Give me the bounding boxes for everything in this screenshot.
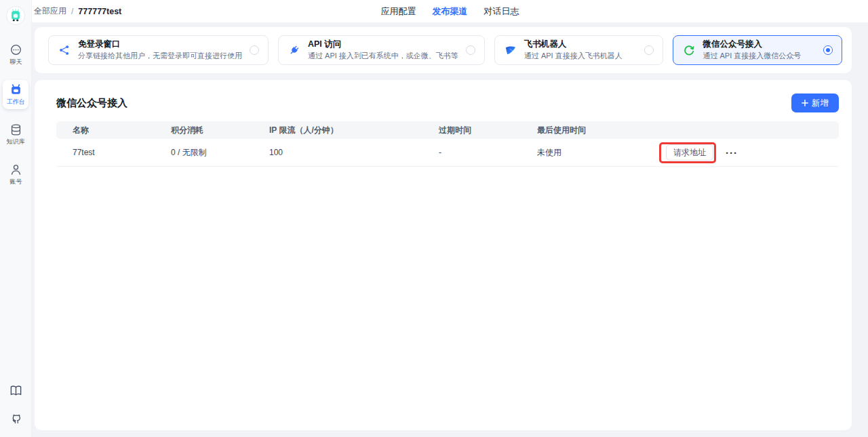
github-icon[interactable] <box>9 412 22 425</box>
card-title: 免登录窗口 <box>78 39 242 50</box>
request-address-button[interactable]: 请求地址 <box>666 144 713 161</box>
channel-cards: 免登录窗口 分享链接给其他用户，无需登录即可直接进行使用 API 访问 通过 A… <box>48 35 842 65</box>
table-header-row: 名称 积分消耗 IP 限流（人/分钟） 过期时间 最后使用时间 <box>56 121 839 139</box>
cell-actions: 请求地址 ··· <box>659 142 839 163</box>
radio-unselected-icon[interactable] <box>644 45 654 55</box>
section-title: 微信公众号接入 <box>56 97 127 110</box>
card-title: 微信公众号接入 <box>703 39 801 50</box>
annotation-highlight-box: 请求地址 <box>659 142 716 163</box>
card-api-access[interactable]: API 访问 通过 API 接入到已有系统中，或企微、飞书等 <box>278 35 485 65</box>
cell-last-used: 未使用 <box>537 147 659 159</box>
topbar: 全部应用 / 777777test 应用配置 发布渠道 对话日志 <box>32 0 868 22</box>
card-text: 飞书机器人 通过 API 直接接入飞书机器人 <box>524 39 623 60</box>
main-content: 免登录窗口 分享链接给其他用户，无需登录即可直接进行使用 API 访问 通过 A… <box>32 22 868 437</box>
channel-cards-panel: 免登录窗口 分享链接给其他用户，无需登录即可直接进行使用 API 访问 通过 A… <box>35 27 852 73</box>
row-more-icon[interactable]: ··· <box>726 148 738 158</box>
sidebar-item-account[interactable]: 账号 <box>3 160 28 189</box>
book-icon[interactable] <box>9 384 22 397</box>
sidebar-item-knowledge[interactable]: 知识库 <box>3 120 28 149</box>
radio-selected-icon[interactable] <box>823 45 833 55</box>
card-title: 飞书机器人 <box>524 39 623 50</box>
card-feishu-bot[interactable]: 飞书机器人 通过 API 直接接入飞书机器人 <box>494 35 664 65</box>
add-button[interactable]: 新增 <box>791 93 839 112</box>
card-text: 微信公众号接入 通过 API 直接接入微信公众号 <box>703 39 801 60</box>
table-row: 77test 0 / 无限制 100 - 未使用 请求地址 ··· <box>56 139 839 167</box>
card-text: 免登录窗口 分享链接给其他用户，无需登录即可直接进行使用 <box>78 39 242 60</box>
breadcrumb-separator: / <box>71 7 73 16</box>
sidebar-item-label: 账号 <box>9 178 22 186</box>
card-desc: 分享链接给其他用户，无需登录即可直接进行使用 <box>78 51 242 61</box>
sidebar: 聊天 工作台 知识库 账号 <box>0 0 32 437</box>
cell-points: 0 / 无限制 <box>171 147 269 159</box>
wechat-official-account-icon <box>683 44 695 56</box>
feishu-icon <box>505 44 517 56</box>
radio-unselected-icon[interactable] <box>250 45 259 55</box>
user-icon <box>9 163 22 176</box>
card-title: API 访问 <box>308 39 458 50</box>
database-icon <box>9 123 22 136</box>
wechat-section-panel: 微信公众号接入 新增 名称 积分消耗 IP 限流（人/分钟） 过期时间 最后使用… <box>35 80 852 430</box>
sidebar-item-chat[interactable]: 聊天 <box>3 40 28 69</box>
cell-ip-limit: 100 <box>269 148 439 157</box>
tab-publish-channels[interactable]: 发布渠道 <box>433 5 468 18</box>
tab-chat-logs[interactable]: 对话日志 <box>484 5 519 18</box>
sidebar-item-workbench[interactable]: 工作台 <box>3 80 28 109</box>
card-share-window[interactable]: 免登录窗口 分享链接给其他用户，无需登录即可直接进行使用 <box>48 35 269 65</box>
channels-table: 名称 积分消耗 IP 限流（人/分钟） 过期时间 最后使用时间 77test 0… <box>56 121 839 167</box>
sidebar-footer <box>9 384 22 425</box>
tab-app-config[interactable]: 应用配置 <box>381 5 416 18</box>
cell-expire: - <box>439 148 537 157</box>
plus-icon <box>802 100 808 106</box>
col-header-ip-limit: IP 限流（人/分钟） <box>269 125 439 136</box>
share-icon <box>58 44 71 56</box>
header-tabs: 应用配置 发布渠道 对话日志 <box>381 0 519 22</box>
breadcrumb: 全部应用 / 777777test <box>34 5 121 17</box>
add-button-label: 新增 <box>812 98 829 109</box>
col-header-expire: 过期时间 <box>439 125 537 136</box>
app-logo-avatar[interactable] <box>6 6 25 25</box>
col-header-points: 积分消耗 <box>171 125 269 136</box>
sidebar-item-label: 知识库 <box>6 138 24 146</box>
sidebar-nav: 聊天 工作台 知识库 账号 <box>3 40 28 189</box>
robot-avatar-icon <box>9 9 22 22</box>
col-header-name: 名称 <box>73 125 171 136</box>
col-header-last-used: 最后使用时间 <box>537 125 659 136</box>
robot-icon <box>9 83 22 96</box>
radio-unselected-icon[interactable] <box>466 45 475 55</box>
card-text: API 访问 通过 API 接入到已有系统中，或企微、飞书等 <box>308 39 458 60</box>
breadcrumb-current-app: 777777test <box>78 7 121 16</box>
sidebar-item-label: 聊天 <box>9 58 22 66</box>
card-desc: 通过 API 直接接入飞书机器人 <box>524 51 623 61</box>
api-icon <box>288 44 300 56</box>
breadcrumb-all-apps[interactable]: 全部应用 <box>34 5 66 17</box>
cell-name: 77test <box>73 148 171 157</box>
chat-icon <box>9 43 22 56</box>
sidebar-item-label: 工作台 <box>6 98 24 106</box>
card-desc: 通过 API 直接接入微信公众号 <box>703 51 801 61</box>
section-header: 微信公众号接入 新增 <box>56 93 839 112</box>
card-desc: 通过 API 接入到已有系统中，或企微、飞书等 <box>308 51 458 61</box>
card-wechat-official[interactable]: 微信公众号接入 通过 API 直接接入微信公众号 <box>673 35 842 65</box>
